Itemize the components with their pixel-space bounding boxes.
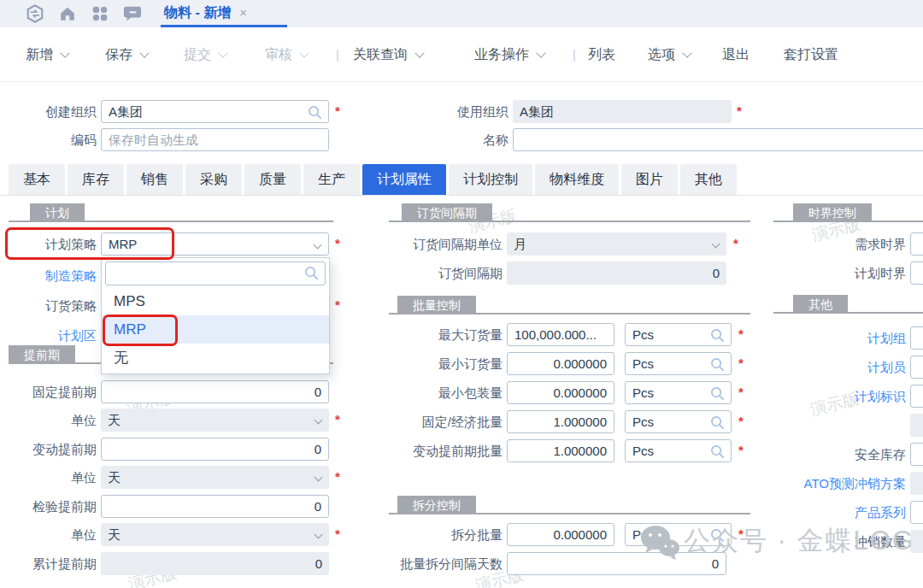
variable-leadtime-batch-input[interactable]: 1.000000	[507, 439, 614, 462]
material-new-window: 演示版 演示版 演示版 演示版 演示版 演示版 演示版 演示版 演示版 物料 -…	[0, 0, 923, 588]
safety-stock-input[interactable]	[910, 443, 923, 466]
split-interval-days-input[interactable]: 0	[507, 552, 726, 575]
chevron-down-icon	[682, 49, 691, 58]
fence-section-header: 时界控制	[793, 203, 872, 222]
product-series-input[interactable]	[910, 501, 923, 524]
chevron-down-icon	[536, 49, 545, 58]
variable-leadtime-input[interactable]: 0	[101, 438, 329, 461]
chevron-down-icon	[315, 531, 323, 539]
planner-input[interactable]	[910, 356, 923, 379]
required-marker: *	[335, 103, 345, 118]
plan-fence-label: 计划时界	[769, 262, 906, 285]
tab-production[interactable]: 生产	[303, 164, 360, 195]
min-package-qty-input[interactable]: 0.000000	[507, 381, 614, 404]
demand-fence-input[interactable]	[910, 232, 923, 256]
chevron-down-icon	[218, 49, 227, 58]
menu-exit[interactable]: 退出	[722, 43, 750, 67]
chevron-down-icon	[314, 241, 322, 250]
ato-forecast-offset-label[interactable]: ATO预测冲销方案	[769, 472, 906, 495]
fixed-unit-select[interactable]: 天	[101, 409, 329, 432]
tab-quality[interactable]: 质量	[244, 164, 301, 195]
offset-qty-field	[910, 530, 923, 553]
top-bar: 物料 - 新增×	[0, 0, 923, 27]
fixed-leadtime-input[interactable]: 0	[101, 380, 329, 403]
min-order-qty-unit[interactable]: Pcs	[625, 352, 732, 375]
variable-unit-select[interactable]: 天	[101, 466, 329, 489]
max-order-qty-input[interactable]: 100,000.000...	[507, 323, 614, 346]
tab-sales[interactable]: 销售	[126, 164, 183, 195]
tab-plan-control[interactable]: 计划控制	[449, 164, 532, 195]
tab-inventory[interactable]: 库存	[68, 164, 124, 195]
search-icon[interactable]	[710, 528, 725, 543]
interval-unit-select[interactable]: 月	[507, 232, 726, 256]
close-icon[interactable]: ×	[239, 5, 247, 20]
search-icon[interactable]	[710, 415, 725, 430]
chevron-down-icon	[712, 240, 720, 249]
tab-plan-attributes[interactable]: 计划属性	[362, 164, 446, 195]
message-icon[interactable]	[123, 4, 142, 23]
toolbar-menu: 新增 保存 提交 审核 | 关联查询 业务操作 | 列表 选项 退出 套打设置	[0, 27, 923, 82]
chevron-down-icon	[299, 49, 309, 58]
menu-submit[interactable]: 提交	[184, 43, 226, 67]
menu-save[interactable]: 保存	[105, 43, 148, 67]
menu-new[interactable]: 新增	[26, 43, 68, 67]
document-tab[interactable]: 物料 - 新增×	[164, 0, 247, 27]
max-order-qty-label: 最大订货量	[379, 323, 503, 346]
required-marker: *	[733, 236, 744, 250]
dropdown-filter-input[interactable]	[105, 262, 326, 285]
min-order-qty-input[interactable]: 0.000000	[507, 352, 614, 375]
apps-icon[interactable]	[91, 4, 109, 23]
inspect-unit-select[interactable]: 天	[101, 523, 329, 546]
plan-area-label[interactable]: 计划区	[0, 324, 97, 347]
plan-strategy-label: 计划策略	[0, 232, 97, 256]
min-package-qty-unit[interactable]: Pcs	[625, 381, 732, 404]
menu-list[interactable]: 列表	[588, 43, 615, 67]
search-icon[interactable]	[710, 328, 725, 343]
name-input[interactable]	[513, 128, 923, 151]
product-series-label[interactable]: 产品系列	[769, 501, 906, 524]
tab-other[interactable]: 其他	[680, 164, 737, 195]
fixed-economic-batch-input[interactable]: 1.000000	[507, 410, 614, 433]
create-org-input[interactable]: A集团	[101, 100, 329, 123]
required-marker: *	[738, 443, 749, 457]
tab-basic[interactable]: 基本	[9, 164, 65, 195]
plan-group-label[interactable]: 计划组	[769, 326, 906, 350]
tab-picture[interactable]: 图片	[621, 164, 678, 195]
menu-business-ops[interactable]: 业务操作	[474, 43, 544, 67]
dropdown-option-mrp[interactable]: MRP	[102, 315, 329, 344]
plan-strategy-select[interactable]: MRP	[101, 232, 329, 256]
tab-purchase[interactable]: 采购	[185, 164, 242, 195]
menu-print-settings[interactable]: 套打设置	[784, 43, 838, 67]
required-marker: *	[738, 385, 749, 399]
variable-leadtime-batch-unit[interactable]: Pcs	[625, 439, 732, 462]
split-batch-unit[interactable]: Pcs	[625, 523, 732, 546]
plan-flag-input[interactable]	[910, 385, 923, 408]
tabstrip-divider	[0, 195, 923, 196]
max-order-qty-unit[interactable]: Pcs	[625, 323, 732, 346]
menu-audit[interactable]: 审核	[265, 43, 308, 67]
planner-label[interactable]: 计划员	[769, 356, 906, 379]
plan-section-header: 计划	[30, 203, 85, 222]
plan-group-input[interactable]	[910, 326, 923, 350]
split-batch-input[interactable]: 0.000000	[507, 523, 614, 546]
plan-flag-label[interactable]: 计划标识	[769, 385, 906, 408]
code-input[interactable]: 保存时自动生成	[101, 128, 329, 151]
tab-material-dimension[interactable]: 物料维度	[535, 164, 619, 195]
search-icon[interactable]	[710, 386, 725, 401]
menu-options[interactable]: 选项	[648, 43, 691, 67]
mfg-strategy-label[interactable]: 制造策略	[0, 264, 97, 287]
home-icon[interactable]	[58, 4, 77, 23]
inspect-leadtime-input[interactable]: 0	[101, 495, 329, 518]
menu-related-query[interactable]: 关联查询	[353, 43, 423, 67]
dropdown-option-none[interactable]: 无	[102, 344, 329, 372]
dropdown-option-mps[interactable]: MPS	[102, 287, 329, 315]
search-icon[interactable]	[308, 105, 322, 120]
required-marker: *	[738, 414, 749, 428]
plan-fence-input[interactable]	[910, 262, 923, 285]
fixed-economic-batch-unit[interactable]: Pcs	[625, 410, 732, 433]
create-org-label: 创建组织	[0, 100, 97, 123]
search-icon[interactable]	[710, 357, 725, 372]
chevron-down-icon	[414, 49, 424, 58]
kingdee-logo-icon[interactable]	[26, 4, 44, 23]
search-icon[interactable]	[710, 444, 725, 459]
